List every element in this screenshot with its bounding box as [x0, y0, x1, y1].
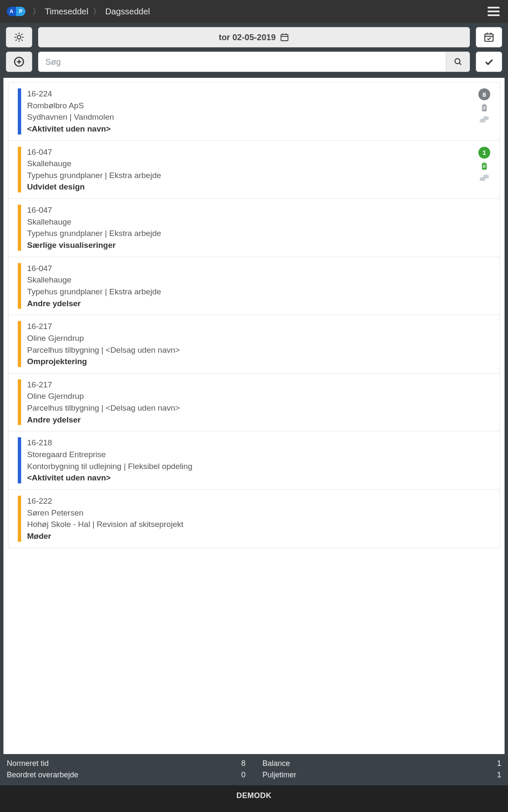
row-content: 16-047SkallehaugeTypehus grundplaner | E…	[27, 147, 476, 193]
menu-button[interactable]	[486, 5, 501, 18]
plus-circle-icon	[13, 56, 25, 68]
svg-rect-34	[483, 167, 485, 167]
row-client: Søren Petersen	[27, 508, 493, 518]
row-content: 16-224Rombølbro ApSSydhavnen | Vandmolen…	[27, 88, 476, 134]
svg-point-31	[483, 116, 489, 119]
row-content: 16-217Oline GjerndrupParcelhus tilbygnin…	[27, 379, 493, 425]
color-stripe	[18, 321, 21, 367]
color-stripe	[18, 379, 21, 425]
row-project: Hohøj Skole - Hal | Revision af skitsepr…	[27, 519, 493, 530]
row-activity: Særlige visualiseringer	[27, 240, 493, 251]
svg-rect-32	[483, 165, 486, 165]
color-stripe	[18, 147, 21, 193]
clipboard-icon[interactable]	[480, 161, 489, 171]
color-stripe	[18, 88, 21, 134]
chevron-right-icon: 〉	[32, 6, 41, 17]
logo-p: P	[16, 7, 25, 16]
row-activity: <Aktivitet uden navn>	[27, 123, 476, 134]
summary-balance-label: Balance	[262, 759, 290, 768]
clipboard-icon[interactable]	[480, 103, 489, 113]
calendar-check-button[interactable]	[476, 27, 502, 47]
sun-icon	[14, 32, 25, 43]
svg-line-8	[22, 34, 22, 35]
row-project: Typehus grundplaner | Ekstra arbejde	[27, 170, 476, 181]
search-input[interactable]	[39, 52, 446, 71]
row-code: 16-218	[27, 437, 493, 448]
brand-footer: DEMODK	[0, 785, 508, 812]
svg-point-0	[17, 36, 21, 39]
list-row[interactable]: 16-217Oline GjerndrupParcelhus tilbygnin…	[8, 315, 500, 373]
row-badges: 1	[476, 147, 493, 193]
summary-beordret-label: Beordret overarbejde	[7, 771, 78, 779]
row-project: Parcelhus tilbygning | <Delsag uden navn…	[27, 345, 493, 356]
svg-rect-16	[485, 34, 493, 41]
check-icon	[483, 56, 494, 67]
row-project: Typehus grundplaner | Ekstra arbejde	[27, 228, 493, 239]
row-client: Oline Gjerndrup	[27, 391, 493, 402]
search-button[interactable]	[446, 52, 469, 71]
svg-rect-33	[483, 166, 486, 167]
svg-line-24	[459, 63, 461, 65]
row-activity: Andre ydelser	[27, 298, 493, 309]
row-activity: Møder	[27, 531, 493, 542]
row-code: 16-047	[27, 263, 493, 274]
toolbar-row-1: tor 02-05-2019	[0, 23, 508, 50]
row-activity: Andre ydelser	[27, 414, 493, 425]
list-row[interactable]: 16-047SkallehaugeTypehus grundplaner | E…	[8, 257, 500, 315]
row-activity: <Aktivitet uden navn>	[27, 472, 493, 483]
add-button[interactable]	[6, 52, 32, 72]
svg-line-6	[22, 40, 22, 41]
row-project: Sydhavnen | Vandmolen	[27, 112, 476, 123]
app-logo[interactable]: A P	[7, 7, 25, 16]
row-code: 16-047	[27, 205, 493, 216]
row-code: 16-222	[27, 496, 493, 507]
svg-rect-9	[281, 35, 288, 41]
calendar-check-icon	[483, 32, 494, 43]
toolbar-row-2	[0, 50, 508, 78]
summary-footer: Normeret tid 8 Beordret overarbejde 0 Ba…	[0, 754, 508, 785]
color-stripe	[18, 205, 21, 251]
summary-pulje-label: Puljetimer	[262, 771, 296, 779]
calendar-icon	[280, 33, 289, 42]
list-row[interactable]: 16-224Rombølbro ApSSydhavnen | Vandmolen…	[8, 82, 500, 141]
sun-button[interactable]	[6, 27, 32, 47]
row-code: 16-224	[27, 88, 476, 99]
row-project: Typehus grundplaner | Ekstra arbejde	[27, 286, 493, 297]
breadcrumb-item-2[interactable]: Dagsseddel	[105, 7, 150, 16]
coins-icon[interactable]	[479, 174, 489, 182]
coins-icon[interactable]	[479, 115, 489, 124]
svg-rect-25	[483, 107, 486, 107]
row-client: Storegaard Entreprise	[27, 449, 493, 460]
row-activity: Udvidet design	[27, 181, 476, 192]
row-content: 16-217Oline GjerndrupParcelhus tilbygnin…	[27, 321, 493, 367]
row-content: 16-222Søren PetersenHohøj Skole - Hal | …	[27, 496, 493, 542]
row-activity: Omprojektering	[27, 356, 493, 367]
row-client: Oline Gjerndrup	[27, 333, 493, 344]
summary-balance-value: 1	[497, 759, 501, 768]
row-code: 16-217	[27, 321, 493, 332]
row-client: Skallehauge	[27, 158, 476, 169]
color-stripe	[18, 263, 21, 309]
list-row[interactable]: 16-222Søren PetersenHohøj Skole - Hal | …	[8, 490, 500, 548]
summary-pulje-value: 1	[497, 771, 501, 779]
logo-a: A	[7, 7, 16, 16]
list-row[interactable]: 16-047SkallehaugeTypehus grundplaner | E…	[8, 199, 500, 257]
list-row[interactable]: 16-047SkallehaugeTypehus grundplaner | E…	[8, 141, 500, 199]
date-picker[interactable]: tor 02-05-2019	[38, 27, 470, 47]
row-client: Skallehauge	[27, 274, 493, 285]
row-badges: 8	[476, 88, 493, 134]
color-stripe	[18, 437, 21, 483]
row-project: Parcelhus tilbygning | <Delsag uden navn…	[27, 403, 493, 414]
main-list-area[interactable]: 16-224Rombølbro ApSSydhavnen | Vandmolen…	[3, 78, 505, 754]
row-project: Kontorbygning til udlejning | Fleksibel …	[27, 461, 493, 472]
svg-point-23	[455, 59, 460, 64]
row-client: Skallehauge	[27, 217, 493, 228]
list-row[interactable]: 16-218Storegaard EntrepriseKontorbygning…	[8, 431, 500, 490]
list-row[interactable]: 16-217Oline GjerndrupParcelhus tilbygnin…	[8, 373, 500, 432]
top-bar: A P 〉 Timeseddel 〉 Dagsseddel	[0, 0, 508, 23]
row-content: 16-218Storegaard EntrepriseKontorbygning…	[27, 437, 493, 483]
breadcrumb-item-1[interactable]: Timeseddel	[45, 7, 88, 16]
summary-normeret-value: 8	[241, 759, 246, 768]
row-code: 16-217	[27, 379, 493, 390]
confirm-button[interactable]	[476, 52, 502, 72]
